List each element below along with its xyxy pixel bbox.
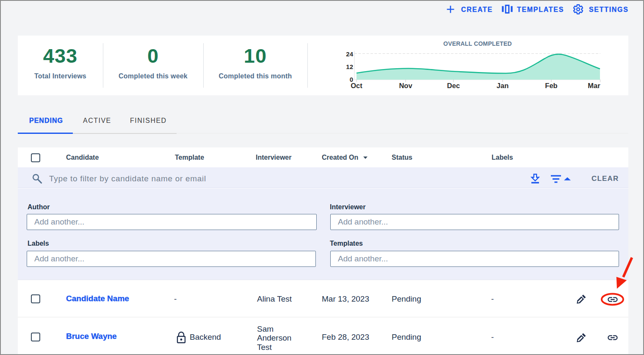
svg-text:Oct: Oct xyxy=(351,82,362,89)
svg-text:Nov: Nov xyxy=(399,82,412,89)
svg-text:Dec: Dec xyxy=(447,82,460,89)
svg-text:OVERALL COMPLETED: OVERALL COMPLETED xyxy=(443,40,512,47)
svg-text:Feb: Feb xyxy=(545,82,557,89)
svg-text:Mar: Mar xyxy=(588,82,600,89)
svg-text:12: 12 xyxy=(346,63,353,70)
svg-text:24: 24 xyxy=(346,50,353,58)
svg-text:Jan: Jan xyxy=(497,82,509,89)
